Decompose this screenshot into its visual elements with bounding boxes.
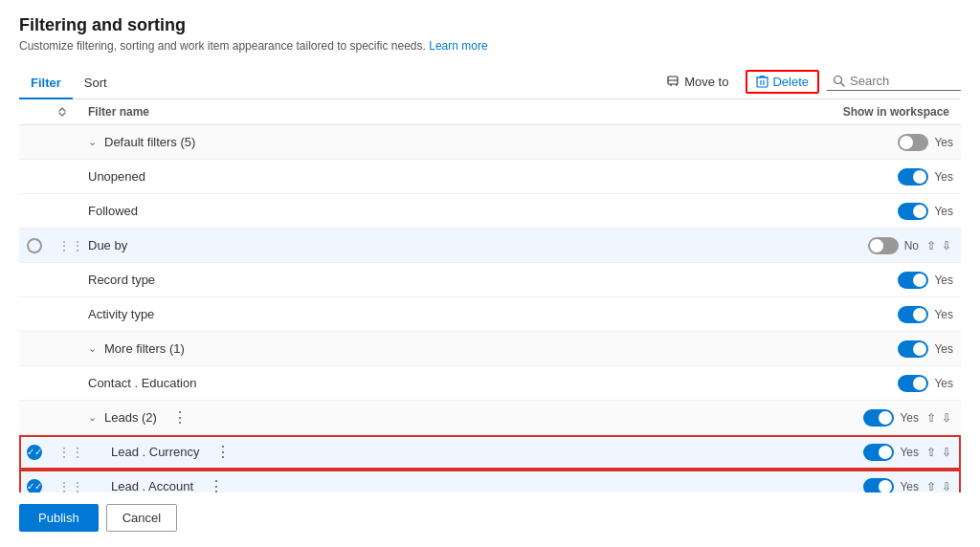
toggle-more-filters[interactable] <box>898 340 928 358</box>
svg-rect-1 <box>757 77 768 87</box>
filter-table: Filter name Show in workspace ⌄ Default … <box>19 99 961 492</box>
checkbox-lead-account[interactable]: ✓ <box>27 479 42 493</box>
row-more-filters: ⌄ More filters (1) Yes <box>19 332 961 366</box>
learn-more-link[interactable]: Learn more <box>429 39 487 53</box>
col-filter-name: Filter name <box>88 105 838 119</box>
toggle-contact-education[interactable] <box>898 375 928 392</box>
tab-filter[interactable]: Filter <box>19 68 73 99</box>
three-dot-lead-account[interactable]: ⋮ <box>209 477 224 492</box>
svg-point-2 <box>835 76 842 83</box>
toggle-default-filters[interactable] <box>898 134 928 151</box>
search-box <box>827 72 961 91</box>
publish-button[interactable]: Publish <box>19 504 99 532</box>
page-title: Filtering and sorting <box>19 15 961 35</box>
toggle-due-by[interactable] <box>868 237 899 254</box>
toggle-lead-currency[interactable] <box>863 444 894 461</box>
move-down-due-by[interactable]: ⇩ <box>940 237 953 254</box>
move-to-button[interactable]: Move to <box>657 71 738 93</box>
row-record-type: Record type Yes <box>19 263 961 297</box>
chevron-default-filters[interactable]: ⌄ <box>88 136 97 148</box>
move-up-lead-account[interactable]: ⇧ <box>924 478 938 493</box>
three-dot-leads[interactable]: ⋮ <box>172 408 188 427</box>
checkbox-lead-currency[interactable]: ✓ <box>27 445 42 460</box>
cancel-button[interactable]: Cancel <box>106 504 177 532</box>
tabs-container: Filter Sort Move to Delete <box>19 68 961 99</box>
tab-sort[interactable]: Sort <box>73 68 119 99</box>
chevron-more-filters[interactable]: ⌄ <box>88 342 97 355</box>
move-down-lead-account[interactable]: ⇩ <box>940 478 953 493</box>
search-icon <box>833 75 846 88</box>
delete-button[interactable]: Delete <box>746 70 819 94</box>
footer: Publish Cancel <box>19 492 961 532</box>
move-up-due-by[interactable]: ⇧ <box>924 237 938 254</box>
drag-handle-lead-account[interactable]: ⋮⋮ <box>57 479 84 493</box>
chevron-leads[interactable]: ⌄ <box>88 411 97 424</box>
row-lead-account: ✓ ⋮⋮ Lead . Account ⋮ Yes ⇧ ⇩ <box>19 470 961 492</box>
drag-handle-lead-currency[interactable]: ⋮⋮ <box>57 445 84 460</box>
row-contact-education: Contact . Education Yes <box>19 366 961 401</box>
row-activity-type: Activity type Yes <box>19 297 961 332</box>
drag-handle-due-by[interactable]: ⋮⋮ <box>57 238 84 253</box>
search-input[interactable] <box>850 74 955 88</box>
row-followed: Followed Yes <box>19 194 961 229</box>
row-leads-group: ⌄ Leads (2) ⋮ Yes ⇧ ⇩ <box>19 401 961 435</box>
toggle-record-type[interactable] <box>898 272 928 289</box>
col-show-workspace: Show in workspace <box>838 105 953 119</box>
toggle-activity-type[interactable] <box>898 306 928 323</box>
row-unopened: Unopened Yes <box>19 160 961 194</box>
move-up-lead-currency[interactable]: ⇧ <box>924 444 938 461</box>
delete-icon <box>756 75 768 88</box>
move-to-icon <box>667 75 680 88</box>
checkbox-due-by[interactable] <box>27 238 42 253</box>
row-default-filters: ⌄ Default filters (5) Yes <box>19 125 961 160</box>
toggle-followed[interactable] <box>898 203 928 220</box>
sort-chevron-icon <box>57 107 67 117</box>
move-down-lead-currency[interactable]: ⇩ <box>940 444 953 461</box>
page-subtitle: Customize filtering, sorting and work it… <box>19 39 961 53</box>
toggle-unopened[interactable] <box>898 168 928 186</box>
toggle-lead-account[interactable] <box>863 478 894 493</box>
row-due-by: ⋮⋮ Due by No ⇧ ⇩ <box>19 229 961 263</box>
three-dot-lead-currency[interactable]: ⋮ <box>215 443 231 461</box>
toggle-leads[interactable] <box>863 409 894 427</box>
move-up-leads[interactable]: ⇧ <box>924 409 938 427</box>
row-lead-currency: ✓ ⋮⋮ Lead . Currency ⋮ Yes ⇧ ⇩ <box>19 435 961 470</box>
move-down-leads[interactable]: ⇩ <box>940 409 953 427</box>
